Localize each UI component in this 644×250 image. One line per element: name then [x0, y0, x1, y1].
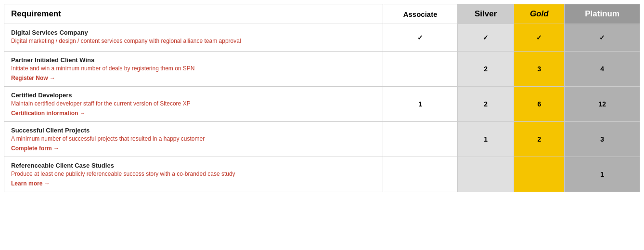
associate-value-partner-initiated	[383, 52, 458, 87]
table-row: Digital Services CompanyDigital marketin…	[4, 24, 640, 52]
platinum-value-partner-initiated: 4	[565, 52, 640, 87]
gold-value-partner-initiated: 3	[514, 52, 565, 87]
gold-column-header: Gold	[514, 4, 565, 24]
table-row: Successful Client ProjectsA minimum numb…	[4, 122, 640, 157]
req-title-certified-developers: Certified Developers	[11, 92, 376, 99]
platinum-value-successful-client: 3	[565, 122, 640, 157]
req-cell-digital-services: Digital Services CompanyDigital marketin…	[4, 24, 383, 52]
gold-value-successful-client: 2	[514, 122, 565, 157]
gold-value-digital-services: ✓	[514, 24, 565, 52]
associate-value-successful-client	[383, 122, 458, 157]
associate-value-referenceable-case	[383, 157, 458, 192]
requirement-column-header: Requirement	[4, 4, 383, 24]
table-row: Certified DevelopersMaintain certified d…	[4, 87, 640, 122]
req-cell-referenceable-case: Referenceable Client Case StudiesProduce…	[4, 157, 383, 192]
req-desc-referenceable-case: Produce at least one publicly referencea…	[11, 171, 376, 177]
silver-value-digital-services: ✓	[458, 24, 514, 52]
req-link-certified-developers[interactable]: Certification information →	[11, 110, 86, 117]
silver-value-certified-developers: 2	[458, 87, 514, 122]
req-cell-certified-developers: Certified DevelopersMaintain certified d…	[4, 87, 383, 122]
req-desc-digital-services: Digital marketing / design / content ser…	[11, 38, 376, 44]
req-link-partner-initiated[interactable]: Register Now →	[11, 75, 55, 81]
req-link-successful-client[interactable]: Complete form →	[11, 145, 59, 152]
req-desc-certified-developers: Maintain certified developer staff for t…	[11, 100, 376, 107]
platinum-column-header: Platinum	[565, 4, 640, 24]
req-link-referenceable-case[interactable]: Learn more →	[11, 180, 50, 187]
requirements-table: Requirement Associate Silver Gold Platin…	[4, 4, 640, 192]
req-cell-partner-initiated: Partner Initiated Client WinsInitiate an…	[4, 52, 383, 87]
req-title-successful-client: Successful Client Projects	[11, 127, 376, 134]
req-desc-successful-client: A minimum number of successful projects …	[11, 135, 376, 142]
silver-value-successful-client: 1	[458, 122, 514, 157]
associate-value-digital-services: ✓	[383, 24, 458, 52]
associate-column-header: Associate	[383, 4, 458, 24]
req-title-digital-services: Digital Services Company	[11, 29, 376, 36]
gold-value-certified-developers: 6	[514, 87, 565, 122]
req-title-partner-initiated: Partner Initiated Client Wins	[11, 56, 376, 64]
table-row: Partner Initiated Client WinsInitiate an…	[4, 52, 640, 87]
platinum-value-digital-services: ✓	[565, 24, 640, 52]
silver-value-partner-initiated: 2	[458, 52, 514, 87]
associate-value-certified-developers: 1	[383, 87, 458, 122]
platinum-value-referenceable-case: 1	[565, 157, 640, 192]
req-title-referenceable-case: Referenceable Client Case Studies	[11, 162, 376, 169]
req-cell-successful-client: Successful Client ProjectsA minimum numb…	[4, 122, 383, 157]
silver-column-header: Silver	[458, 4, 514, 24]
silver-value-referenceable-case	[458, 157, 514, 192]
gold-value-referenceable-case	[514, 157, 565, 192]
platinum-value-certified-developers: 12	[565, 87, 640, 122]
table-row: Referenceable Client Case StudiesProduce…	[4, 157, 640, 192]
req-desc-partner-initiated: Initiate and win a minimum number of dea…	[11, 65, 376, 72]
